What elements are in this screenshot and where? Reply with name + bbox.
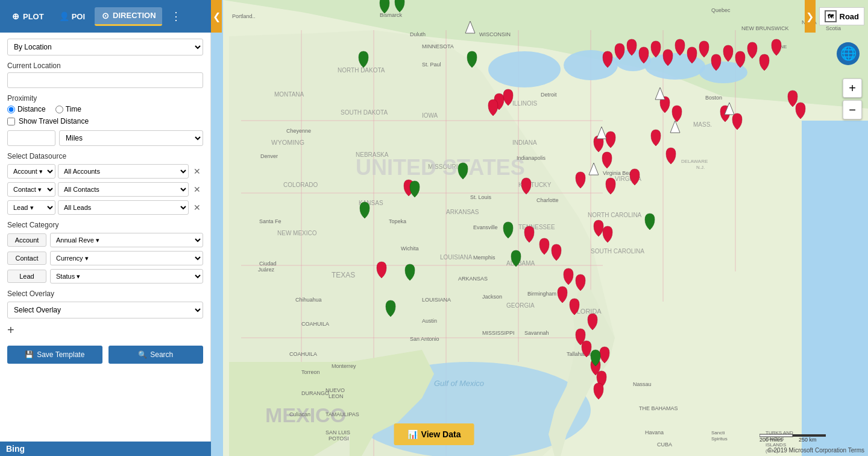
distance-unit-select[interactable]: Miles (59, 130, 203, 146)
svg-text:Savannah: Savannah (524, 330, 549, 336)
category-account-select[interactable]: Annual Reve ▾ (50, 233, 203, 247)
panel-footer: 💾 Save Template 🔍 Search (7, 346, 203, 364)
current-location-input[interactable] (7, 72, 203, 88)
direction-button[interactable]: ⊙ DIRECTION (95, 7, 162, 26)
show-travel-label: Show Travel Distance (19, 117, 89, 125)
distance-radio[interactable] (7, 106, 15, 113)
direction-label: DIRECTION (113, 11, 156, 20)
svg-point-13 (564, 50, 618, 80)
datasource-account-remove[interactable]: ✕ (191, 165, 203, 177)
svg-text:LOUISIANA: LOUISIANA (440, 254, 473, 261)
overlay-row: Select Overlay (7, 302, 203, 318)
datasource-contact-type[interactable]: Contact ▾ (7, 182, 55, 197)
svg-text:Nassau: Nassau (633, 381, 652, 387)
scale-bar: 200 miles 250 km (760, 429, 832, 443)
svg-text:KANSAS: KANSAS (359, 200, 383, 206)
view-data-button[interactable]: 📊 View Data (394, 423, 474, 445)
search-button[interactable]: 🔍 Search (108, 346, 204, 364)
svg-text:MAINE: MAINE (772, 44, 787, 49)
distance-radio-label[interactable]: Distance (7, 105, 46, 113)
svg-text:TEXAS: TEXAS (332, 271, 355, 279)
collapse-icon: ❮ (213, 11, 221, 22)
svg-text:MASS.: MASS. (693, 121, 712, 128)
svg-text:250 km: 250 km (799, 437, 817, 442)
svg-text:Chihuahua: Chihuahua (295, 297, 322, 303)
svg-text:ARKANSAS: ARKANSAS (458, 276, 488, 282)
zoom-in-button[interactable]: + (843, 78, 862, 98)
category-lead-select[interactable]: Status ▾ (50, 269, 203, 283)
show-travel-checkbox[interactable] (7, 118, 15, 125)
svg-text:St. Paul: St. Paul (422, 62, 441, 68)
svg-text:Spiritus: Spiritus (711, 436, 728, 442)
plot-icon: ⊕ (11, 11, 20, 21)
zoom-out-button[interactable]: − (843, 100, 862, 119)
datasource-lead-remove[interactable]: ✕ (191, 201, 203, 214)
svg-text:Detroit: Detroit (541, 92, 557, 98)
svg-text:VIRGINIA: VIRGINIA (615, 176, 641, 182)
datasource-lead-type[interactable]: Lead ▾ (7, 200, 55, 215)
svg-text:Portland..: Portland.. (232, 13, 256, 19)
svg-text:TAMAULIPAS: TAMAULIPAS (326, 411, 359, 417)
poi-button[interactable]: 👤 POI (54, 8, 91, 25)
datasource-label: Select Datasource (7, 152, 203, 160)
svg-text:Quebec: Quebec (711, 7, 731, 13)
svg-text:N.J.: N.J. (696, 165, 705, 170)
show-travel-row: Show Travel Distance (7, 117, 203, 125)
svg-text:WISCONSIN: WISCONSIN (479, 31, 511, 37)
datasource-account-filter[interactable]: All Accounts (58, 164, 189, 179)
time-label: Time (66, 105, 81, 113)
category-lead-row: Lead Status ▾ (7, 269, 203, 283)
expand-icon: ❯ (806, 11, 814, 22)
distance-input[interactable] (7, 130, 55, 146)
time-radio[interactable] (55, 106, 63, 113)
svg-text:Cheyenne: Cheyenne (286, 128, 311, 134)
current-location-row: Current Location (7, 62, 203, 88)
svg-text:Memphis: Memphis (473, 255, 495, 261)
svg-text:San Antonio: San Antonio (410, 336, 439, 342)
datasource-contact-row: Contact ▾ All Contacts ✕ (7, 182, 203, 197)
current-location-label: Current Location (7, 62, 203, 70)
svg-text:MISSISSIPPI: MISSISSIPPI (482, 330, 515, 336)
datasource-contact-remove[interactable]: ✕ (191, 183, 203, 195)
svg-text:St. Louis: St. Louis (470, 194, 492, 200)
datasource-contact-filter[interactable]: All Contacts (58, 182, 189, 197)
road-map-icon: 🗺 (825, 10, 837, 22)
save-template-button[interactable]: 💾 Save Template (7, 346, 102, 364)
svg-text:KENTUCKY: KENTUCKY (518, 182, 552, 188)
svg-text:NUEVO: NUEVO (326, 387, 345, 393)
road-button[interactable]: 🗺 Road (819, 7, 865, 25)
svg-text:IOWA: IOWA (422, 112, 438, 119)
plot-button[interactable]: ⊕ PLOT (5, 8, 50, 25)
collapse-button[interactable]: ❮ (211, 0, 222, 33)
plus-icon: + (7, 323, 14, 337)
globe-icon[interactable]: 🌐 (837, 42, 860, 65)
svg-text:SOUTH DAKOTA: SOUTH DAKOTA (341, 109, 388, 116)
category-section: Select Category Account Annual Reve ▾ Co… (7, 221, 203, 283)
filter-select[interactable]: By Location (7, 39, 203, 55)
view-data-label: View Data (421, 429, 461, 439)
expand-button-right[interactable]: ❯ (805, 0, 816, 33)
datasource-account-type[interactable]: Account ▾ (7, 164, 55, 179)
svg-text:LOUISIANA: LOUISIANA (422, 297, 451, 303)
more-button[interactable]: ⋮ (166, 7, 186, 25)
add-overlay-button[interactable]: + (7, 323, 14, 337)
time-radio-label[interactable]: Time (55, 105, 81, 113)
svg-point-16 (699, 62, 747, 83)
side-panel: By Location Current Location Proximity D… (0, 33, 211, 456)
datasource-lead-filter[interactable]: All Leads (58, 200, 189, 215)
svg-text:Birmingham: Birmingham (527, 291, 556, 297)
svg-text:FLORIDA: FLORIDA (573, 308, 602, 315)
svg-text:ARKANSAS: ARKANSAS (446, 209, 479, 215)
svg-text:Havana: Havana (645, 429, 664, 435)
svg-text:NORTH CAROLINA: NORTH CAROLINA (588, 212, 642, 218)
svg-text:ALABAMA: ALABAMA (506, 260, 535, 267)
category-lead-label: Lead (7, 270, 46, 283)
save-icon: 💾 (25, 350, 34, 359)
category-contact-select[interactable]: Currency ▾ (50, 251, 203, 265)
proximity-radio-row: Distance Time (7, 105, 203, 113)
poi-icon: 👤 (60, 11, 69, 21)
overlay-select[interactable]: Select Overlay (7, 302, 203, 318)
map-copyright: © 2019 Microsoft Corporation Terms (767, 447, 864, 454)
svg-text:COAHUILA: COAHUILA (289, 351, 317, 357)
svg-text:WYOMING: WYOMING (271, 139, 304, 146)
